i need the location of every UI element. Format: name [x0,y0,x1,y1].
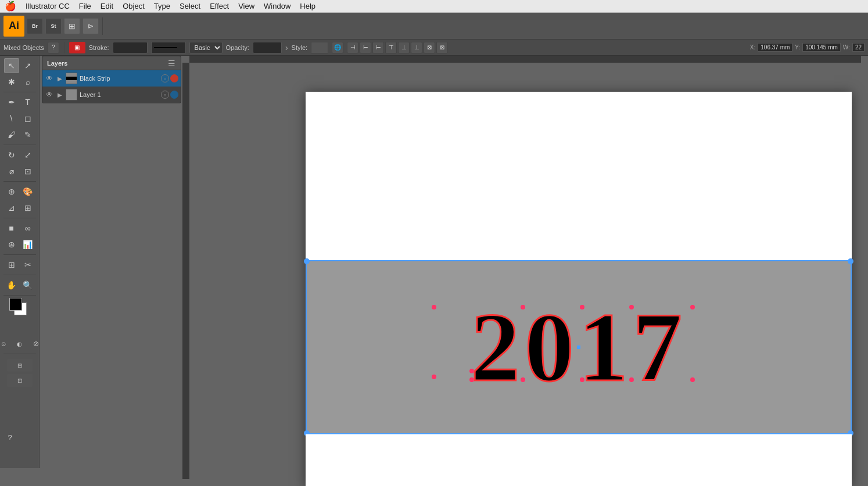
menu-effect[interactable]: Effect [210,2,229,10]
blend-tool[interactable]: ∞ [20,221,35,236]
question-icon[interactable]: ? [48,42,59,53]
tool-row-7: ⌀ ⊡ [4,164,35,179]
mesh-tool[interactable]: ⊞ [20,200,35,215]
menu-view[interactable]: View [238,2,254,10]
anchor-8 [580,377,584,382]
align-left-icon[interactable]: ⊣ [347,42,358,53]
tool-row-10: ■ ∞ [4,221,35,236]
screen-mode-btn[interactable]: ⊡ [7,374,33,387]
magic-wand-tool[interactable]: ✱ [4,74,19,89]
text-tool[interactable]: T [20,95,35,110]
perspective-tool[interactable]: ⊿ [4,200,19,215]
anchor-2 [469,369,474,373]
layer-color-dot-blue[interactable] [170,91,178,99]
apple-menu[interactable]: 🍎 [5,1,16,12]
column-graph-tool[interactable]: 📊 [20,237,35,252]
layer-link-icon[interactable]: ○ [161,74,169,82]
none-mode-btn[interactable]: ⊘ [28,336,44,351]
tool-sep-1 [3,92,36,92]
menu-file[interactable]: File [79,2,91,10]
canvas-area[interactable]: 2017 [182,56,868,486]
bottom-tool-area: ⊟ ⊡ [7,359,33,387]
layers-panel-menu-btn[interactable]: ☰ [167,59,176,68]
tool-row-3: ✒ T [4,95,35,110]
align-top-icon[interactable]: ⊤ [385,42,397,53]
anchor-4 [469,377,474,382]
free-transform-tool[interactable]: ⊡ [20,164,35,179]
rotate-tool[interactable]: ↻ [4,147,19,163]
lasso-tool[interactable]: ⌕ [20,74,35,89]
scale-tool[interactable]: ⤢ [20,147,35,163]
warp-tool[interactable]: ⌀ [4,164,19,179]
shape-builder-tool[interactable]: ⊕ [4,184,19,199]
stock-btn[interactable]: St [45,18,62,34]
layer-expand-black-strip[interactable]: ▶ [56,75,63,82]
globe-icon[interactable]: 🌐 [332,42,343,53]
selection-handle-tl[interactable] [304,258,310,264]
tool-sep-4 [3,218,36,218]
live-paint-tool[interactable]: 🎨 [20,184,35,199]
hand-tool[interactable]: ✋ [4,278,19,293]
canvas-selection-group[interactable]: 2017 [306,260,852,434]
slice-tool[interactable]: ✂ [20,257,35,272]
foreground-color-swatch[interactable] [9,298,22,311]
layer-row-layer1[interactable]: 👁 ▶ Layer 1 ○ [42,87,181,103]
align-center-v-icon[interactable]: ⊥ [398,42,410,53]
gradient-mode-btn[interactable]: ◐ [12,336,27,351]
pencil-tool[interactable]: ✎ [20,127,35,142]
layer-visibility-black-strip[interactable]: 👁 [45,74,54,83]
layer-color-dot-red[interactable] [170,74,178,82]
canvas-content[interactable]: 2017 [189,63,861,479]
layer-expand-layer1[interactable]: ▶ [56,91,63,98]
tool-row-5: 🖌 ✎ [4,127,35,142]
align-right-icon[interactable]: ⊢ [372,42,384,53]
stroke-input[interactable] [113,42,148,53]
menu-object[interactable]: Object [123,2,145,10]
gradient-tool[interactable]: ■ [4,221,19,236]
layer-link-icon-2[interactable]: ○ [161,91,169,99]
dist-v-icon[interactable]: ⊠ [436,42,448,53]
line-tool[interactable]: \ [4,111,19,126]
arrange-btn[interactable]: ⊳ [83,18,99,34]
tool-row-12: ⊞ ✂ [4,257,35,272]
pen-tool[interactable]: ✒ [4,95,19,110]
paintbrush-tool[interactable]: 🖌 [4,127,19,142]
question-tool-btn[interactable]: ? [2,430,17,445]
opacity-input[interactable] [253,42,282,53]
draw-mode-btn[interactable]: ⊟ [7,359,33,372]
rect-tool[interactable]: ◻ [20,111,35,126]
anchor-5 [521,305,525,309]
menu-window[interactable]: Window [264,2,290,10]
menu-select[interactable]: Select [180,2,200,10]
align-bottom-icon[interactable]: ⊥ [411,42,422,53]
help-btn[interactable]: ? [2,430,17,445]
menu-edit[interactable]: Edit [101,2,113,10]
canvas-bottom-white [306,434,852,486]
selection-tool[interactable]: ↖ [4,58,19,73]
align-center-h-icon[interactable]: ⊢ [360,42,371,53]
menu-help[interactable]: Help [300,2,315,10]
layer-row-black-strip[interactable]: 👁 ▶ Black Strip ○ [42,70,181,87]
symbol-sprayer-tool[interactable]: ⊛ [4,237,19,252]
tool-sep-3 [3,181,36,182]
artboard-tool[interactable]: ⊞ [4,257,19,272]
tool-row-6: ↻ ⤢ [4,147,35,163]
fill-color-btn[interactable]: ▣ [69,42,85,53]
menu-type[interactable]: Type [154,2,170,10]
anchor-3 [432,375,436,379]
zoom-tool[interactable]: 🔍 [20,278,35,293]
color-mode-btn[interactable]: ⊙ [0,336,11,351]
opacity-chevron[interactable]: › [285,43,288,52]
tool-row-11: ⊛ 📊 [4,237,35,252]
direct-selection-tool[interactable]: ↗ [20,58,35,73]
layer-name-black-strip: Black Strip [80,75,159,82]
menu-illustrator[interactable]: Illustrator CC [26,2,70,10]
tool-row-4: \ ◻ [4,111,35,126]
dist-h-icon[interactable]: ⊠ [424,42,435,53]
style-swatch[interactable] [311,42,328,53]
selection-handle-tr[interactable] [848,258,853,264]
stroke-profile-select[interactable]: Basic [189,42,223,53]
bridge-btn[interactable]: Br [27,18,43,34]
layer-visibility-layer1[interactable]: 👁 [45,90,54,99]
workspace-btn[interactable]: ⊞ [64,18,80,34]
